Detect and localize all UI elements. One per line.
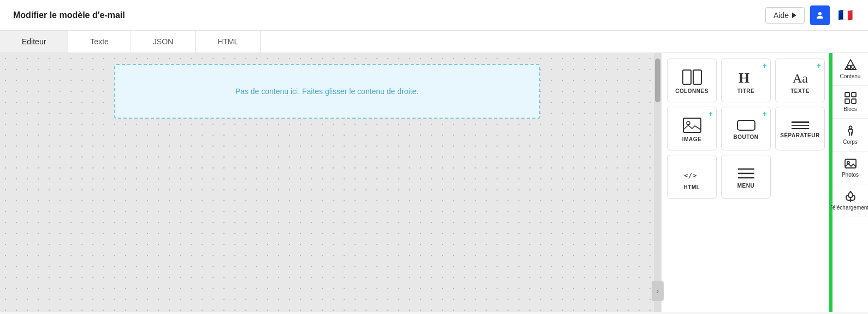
image-plus-icon: + [708,109,713,118]
block-texte-label: TEXTE [790,88,810,94]
columns-icon [682,69,702,85]
user-button[interactable] [810,5,830,25]
svg-point-6 [687,121,690,125]
svg-point-0 [818,12,822,15]
content-icon [844,59,857,72]
svg-rect-5 [683,118,701,132]
tabs-bar: Editeur Texte JSON HTML [0,31,868,53]
block-html-label: HTML [684,184,700,190]
svg-text:Aa: Aa [793,71,808,85]
svg-rect-18 [852,99,856,103]
download-icon [844,190,857,203]
drop-zone[interactable]: Pas de contenu ici. Faites glisser le co… [114,64,540,119]
svg-rect-20 [845,159,856,168]
france-flag-icon: 🇫🇷 [838,8,853,22]
sidebar-telechargements-label: Téléchargements [829,205,868,211]
svg-rect-7 [737,120,755,130]
image-icon [683,118,701,133]
scrollbar-thumb[interactable] [655,59,660,102]
block-image[interactable]: + IMAGE [667,107,717,150]
block-separateur[interactable]: SÉPARATEUR [775,107,825,150]
photos-icon [844,157,857,170]
text-icon: Aa [792,69,809,85]
aide-label: Aide [773,11,789,20]
separator-icon [792,121,809,129]
blocks-grid: COLONNES + H TITRE + Aa TEXTE + [662,53,831,312]
block-separateur-label: SÉPARATEUR [780,132,819,138]
person-icon [815,10,825,20]
svg-rect-17 [845,99,849,103]
block-bouton-label: BOUTON [733,134,758,140]
block-colonnes[interactable]: COLONNES [667,59,717,102]
sidebar-item-photos[interactable]: Photos [832,152,868,184]
sidebar-blocs-label: Blocs [843,106,857,113]
block-image-label: IMAGE [682,136,701,142]
block-html[interactable]: </> HTML [667,155,717,199]
bouton-plus-icon: + [763,109,767,118]
svg-text:H: H [739,70,749,85]
body-icon [844,124,857,137]
header-actions: Aide 🇫🇷 [765,5,855,25]
button-icon [737,120,755,131]
sidebar-icons: Contenu Blocs Corps [831,53,868,312]
right-panel: COLONNES + H TITRE + Aa TEXTE + [662,53,868,312]
flag-button[interactable]: 🇫🇷 [835,5,855,25]
sidebar-corps-label: Corps [843,139,858,146]
sidebar-contenu-label: Contenu [840,73,861,80]
play-icon [792,13,796,18]
main-area: Pas de contenu ici. Faites glisser le co… [0,53,868,312]
sidebar-photos-label: Photos [842,172,859,178]
titre-plus-icon: + [763,61,767,70]
block-bouton[interactable]: + BOUTON [721,107,771,150]
blocks-icon [844,91,857,104]
editor-canvas[interactable]: Pas de contenu ici. Faites glisser le co… [0,53,654,312]
block-colonnes-label: COLONNES [675,88,708,94]
header: Modifier le modèle d'e-mail Aide 🇫🇷 [0,0,868,31]
block-texte[interactable]: + Aa TEXTE [775,59,825,102]
svg-text:</>: </> [684,171,697,179]
svg-point-19 [849,126,852,129]
block-titre[interactable]: + H TITRE [721,59,771,102]
svg-rect-16 [852,92,856,97]
tab-html[interactable]: HTML [196,31,261,53]
sidebar-item-blocs[interactable]: Blocs [832,86,868,119]
sidebar-item-corps[interactable]: Corps [832,119,868,152]
texte-plus-icon: + [817,61,821,70]
tab-json[interactable]: JSON [131,31,196,53]
svg-rect-15 [845,92,849,97]
html-icon: </> [683,166,701,181]
tab-texte[interactable]: Texte [68,31,131,53]
sidebar-item-contenu[interactable]: Contenu [832,53,868,86]
block-menu[interactable]: MENU [721,155,771,199]
svg-rect-1 [683,70,691,84]
page-title: Modifier le modèle d'e-mail [13,10,125,20]
scrollbar-track: › [654,53,662,312]
collapse-button[interactable]: › [652,281,664,301]
tab-editeur[interactable]: Editeur [0,31,68,53]
svg-rect-2 [693,70,701,84]
title-icon: H [737,69,755,85]
block-menu-label: MENU [737,183,754,189]
menu-icon [738,167,754,179]
sidebar-item-telechargements[interactable]: Téléchargements [832,184,868,217]
svg-rect-13 [848,66,851,68]
aide-button[interactable]: Aide [765,7,805,24]
drop-message: Pas de contenu ici. Faites glisser le co… [235,87,418,96]
block-titre-label: TITRE [737,88,754,94]
svg-point-14 [851,65,854,68]
